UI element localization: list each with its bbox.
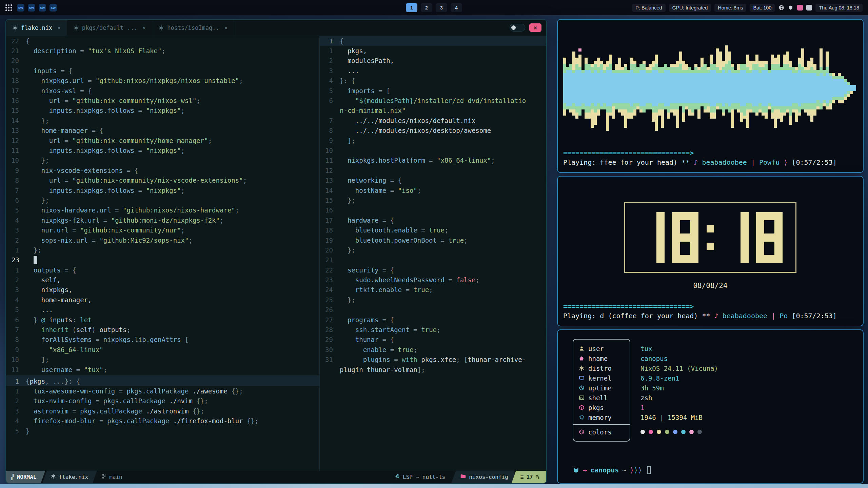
line-number: 12 (320, 167, 340, 174)
screenshot-badge-icon[interactable] (806, 5, 812, 11)
line-number: 31 (320, 356, 340, 363)
shell-prompt[interactable]: → canopus ~ ⟩⟩⟩ (573, 466, 651, 474)
fetch-panel: userhnamedistrokerneluptimeshellpkgsmemo… (573, 339, 863, 442)
code-line: 13 networking = { (320, 175, 546, 185)
line-number: 7 (320, 117, 340, 124)
clock-date: 08/08/24 (693, 282, 727, 290)
project-label: nixos-config (469, 474, 508, 480)
now-playing-artist: beabadoobee (718, 312, 772, 320)
separator-bar: | (771, 312, 775, 320)
status-pills: P: BalancedGPU: IntegratedHome: 8msBat: … (632, 4, 775, 12)
code-line: 5 imports = [ (320, 86, 546, 96)
pane-pkgs-default-nix[interactable]: 1{pkgs, ...}: {1 tux-awesome-wm-config =… (6, 376, 319, 471)
taskbar-app-icon[interactable]: SW (17, 4, 24, 12)
taskbar-app-icon[interactable]: SW (28, 4, 35, 12)
tab-hosts-isoImag-[interactable]: hosts/isoImag..× (152, 20, 234, 36)
line-number: 22 (320, 266, 340, 274)
code-line: 7 inherit (self) outputs; (6, 325, 319, 334)
line-number: 1 (6, 387, 26, 395)
now-playing-label: Playing: (563, 312, 596, 320)
prompt-chevron-icon: ⟩ (630, 466, 634, 474)
workspace-button-1[interactable]: 1 (406, 3, 417, 12)
line-number: 3 (320, 67, 340, 75)
line-number: 18 (320, 226, 340, 234)
code-line: 11 username = "tux"; (6, 365, 319, 374)
clock-digit (672, 212, 698, 263)
status-pill: Home: 8ms (714, 4, 746, 12)
code-line: 4}: { (320, 76, 546, 86)
progress-arrow: ===============================> (563, 148, 694, 157)
code-line: 20 (6, 56, 319, 66)
shield-icon[interactable] (788, 5, 794, 11)
mode-label: NORMAL (17, 474, 37, 480)
context-line: 1{pkgs, ...}: { (6, 376, 319, 386)
prompt-path: ~ (622, 466, 626, 474)
media-badge-icon[interactable] (797, 5, 803, 11)
progress-arrow-2: ===============================> (563, 302, 857, 311)
code-line: 16 url = "github:nix-community/nixos-wsl… (6, 96, 319, 105)
file-segment: flake.nix (42, 471, 97, 483)
line-number: 19 (320, 237, 340, 244)
pin-toggle-button[interactable] (510, 24, 525, 32)
now-playing-time: [0:57/2:53] (788, 312, 837, 320)
palette-icon (579, 429, 585, 435)
fetch-label: user (588, 345, 604, 352)
line-number: 18 (6, 77, 26, 84)
terminal-icon (579, 395, 585, 401)
fetch-divider (573, 424, 630, 425)
monitor-icon (579, 375, 585, 381)
fetch-value-distro: NixOS 24.11 (Vicuna) (640, 363, 718, 373)
code-line: 1 outputs = { (6, 265, 319, 275)
workspace-button-4[interactable]: 4 (451, 3, 462, 12)
nix-snowflake-icon (73, 25, 79, 31)
tab-pkgs-default-[interactable]: pkgs/default ...× (67, 20, 152, 36)
code-line: 29 thunar = { (320, 335, 546, 345)
fetch-row-shell: shell (573, 393, 630, 403)
now-playing-2: Playing: d (coffee for your head) ** ♪ b… (563, 311, 857, 321)
window-close-button[interactable]: × (529, 23, 541, 32)
chip-icon (579, 414, 585, 420)
code-line: 24 rtkit.enable = true; (320, 285, 546, 295)
nix-snowflake-icon (12, 25, 18, 31)
line-number: 2 (6, 237, 26, 244)
code-line: 1 tux-awesome-wm-config = pkgs.callPacka… (6, 386, 319, 396)
line-number: 8 (320, 127, 340, 134)
code-line: 19 bluetooth.powerOnBoot = true; (320, 235, 546, 245)
home-icon (579, 355, 585, 361)
fetch-row-uptime: uptime (573, 383, 630, 393)
tab-close-icon[interactable]: × (143, 25, 146, 31)
separator-bar: | (751, 158, 755, 166)
status-pill: GPU: Integrated (669, 4, 711, 12)
tab-flake-nix[interactable]: flake.nix× (6, 20, 67, 36)
taskbar-app-icon[interactable]: SW (50, 4, 57, 12)
tab-close-icon[interactable]: × (224, 25, 228, 31)
line-number: 6 (6, 316, 26, 324)
color-swatches (640, 427, 718, 437)
prompt-chevron-icon: ⟩ (634, 466, 638, 474)
code-line: 4 nixpkgs-f2k.url = "github:moni-dz/nixp… (6, 215, 319, 225)
nix-snowflake-icon (51, 473, 56, 480)
code-line: 9 nix-vscode-extensions = { (6, 165, 319, 175)
app-launcher-icon[interactable] (5, 4, 12, 11)
workspace-button-3[interactable]: 3 (436, 3, 447, 12)
pane-iso-image-nix[interactable]: 1{1 pkgs,2 modulesPath,3 ...4}: {5 impor… (320, 36, 546, 374)
code-line: 12 url = "github:nix-community/home-mana… (6, 136, 319, 145)
fetch-label: kernel (588, 374, 612, 382)
taskbar-app-icon[interactable]: SW (39, 4, 46, 12)
pane-flake-nix[interactable]: 22{21 description = "tux's NixOS Flake";… (6, 36, 319, 375)
fetch-row-colors: colors (573, 427, 630, 437)
code-line: 2 modulesPath, (320, 56, 546, 66)
code-line: 17 nixos-wsl = { (6, 86, 319, 96)
card-fetch: userhnamedistrokerneluptimeshellpkgsmemo… (557, 329, 864, 484)
tab-label: hosts/isoImag.. (167, 24, 219, 31)
line-number: 2 (6, 276, 26, 284)
line-number: 8 (6, 336, 26, 343)
clock-colon (706, 212, 715, 263)
code-line: 18 nixpkgs.url = "github:nixos/nixpkgs/n… (6, 76, 319, 86)
tab-close-icon[interactable]: × (57, 25, 61, 31)
code-line: 25 }; (320, 295, 546, 305)
code-line: 3 nixpkgs, (6, 285, 319, 295)
line-number: 14 (320, 187, 340, 194)
network-globe-icon[interactable] (778, 5, 784, 11)
workspace-button-2[interactable]: 2 (421, 3, 432, 12)
